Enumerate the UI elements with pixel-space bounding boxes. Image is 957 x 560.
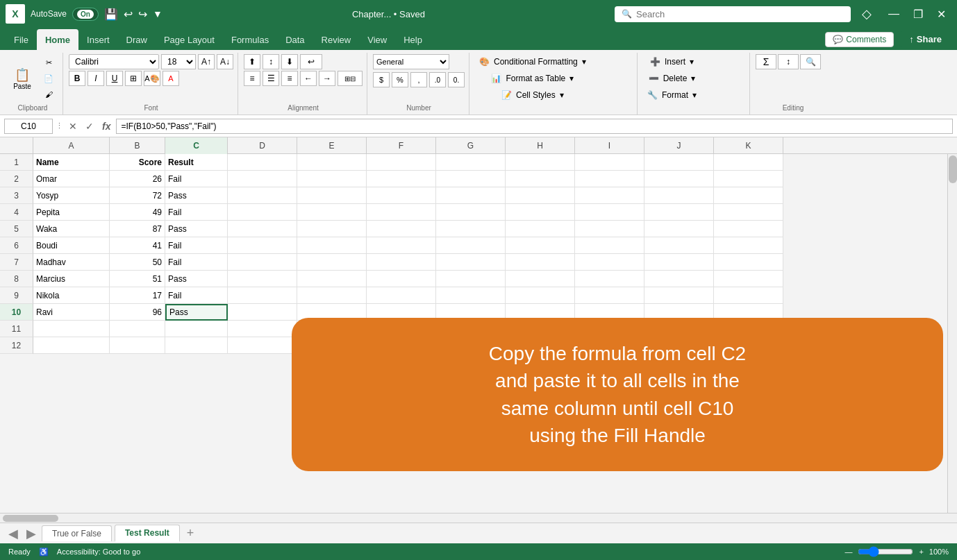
tab-review[interactable]: Review xyxy=(313,29,360,50)
cell-j3[interactable] xyxy=(644,187,714,204)
redo-btn[interactable]: ↪ xyxy=(138,8,147,21)
function-btn[interactable]: fx xyxy=(99,121,113,132)
comments-button[interactable]: 💬 Comments xyxy=(825,32,894,47)
row-header-9[interactable]: 9 xyxy=(0,287,33,304)
minimize-button[interactable]: — xyxy=(883,5,905,24)
cell-styles-btn[interactable]: 📝 Cell Styles ▾ xyxy=(475,87,590,103)
horizontal-scrollbar[interactable] xyxy=(0,513,957,523)
search-box[interactable]: 🔍 xyxy=(615,6,851,22)
zoom-slider[interactable] xyxy=(858,546,913,557)
row-header-5[interactable]: 5 xyxy=(0,221,33,237)
confirm-formula-btn[interactable]: ✓ xyxy=(83,121,97,132)
cell-i2[interactable] xyxy=(575,171,644,187)
cell-c12[interactable] xyxy=(165,337,228,354)
cell-a6[interactable]: Boudi xyxy=(33,237,110,254)
percent-btn[interactable]: % xyxy=(392,72,408,87)
row-header-11[interactable]: 11 xyxy=(0,321,33,337)
col-header-k[interactable]: K xyxy=(714,137,783,154)
conditional-formatting-btn[interactable]: 🎨 Conditional Formatting ▾ xyxy=(475,54,590,69)
tab-data[interactable]: Data xyxy=(277,29,313,50)
cell-c1[interactable]: Result xyxy=(165,154,228,171)
cell-f5[interactable] xyxy=(367,221,436,237)
cell-b9[interactable]: 17 xyxy=(110,287,165,304)
autosave-toggle[interactable]: On xyxy=(72,8,99,21)
cell-b5[interactable]: 87 xyxy=(110,221,165,237)
cell-b12[interactable] xyxy=(110,337,165,354)
cell-b7[interactable]: 50 xyxy=(110,254,165,271)
tab-file[interactable]: File xyxy=(6,29,37,50)
cell-a2[interactable]: Omar xyxy=(33,171,110,187)
row-header-4[interactable]: 4 xyxy=(0,204,33,221)
indent-decrease-btn[interactable]: ← xyxy=(300,71,317,86)
cell-d4[interactable] xyxy=(228,204,297,221)
cell-f6[interactable] xyxy=(367,237,436,254)
tab-view[interactable]: View xyxy=(359,29,395,50)
font-color-button[interactable]: A xyxy=(163,71,179,86)
cell-g4[interactable] xyxy=(436,204,506,221)
cell-j4[interactable] xyxy=(644,204,714,221)
row-header-6[interactable]: 6 xyxy=(0,237,33,254)
cell-e2[interactable] xyxy=(297,171,367,187)
search-input[interactable] xyxy=(636,9,844,19)
cell-b11[interactable] xyxy=(110,321,165,337)
format-painter-button[interactable]: 🖌 xyxy=(39,87,58,101)
cell-k4[interactable] xyxy=(714,204,783,221)
cell-i9[interactable] xyxy=(575,287,644,304)
cell-d7[interactable] xyxy=(228,254,297,271)
save-icon[interactable]: 💾 xyxy=(104,8,118,21)
cell-k5[interactable] xyxy=(714,221,783,237)
share-button[interactable]: ↑ Share xyxy=(899,31,951,47)
underline-button[interactable]: U xyxy=(106,71,123,86)
minus-zoom-btn[interactable]: — xyxy=(844,548,852,556)
tab-page-layout[interactable]: Page Layout xyxy=(156,29,223,50)
cell-a8[interactable]: Marcius xyxy=(33,271,110,287)
vertical-scrollbar[interactable] xyxy=(947,154,957,513)
cell-i6[interactable] xyxy=(575,237,644,254)
cell-c9[interactable]: Fail xyxy=(165,287,228,304)
cell-e5[interactable] xyxy=(297,221,367,237)
cell-k7[interactable] xyxy=(714,254,783,271)
cell-k6[interactable] xyxy=(714,237,783,254)
tab-draw[interactable]: Draw xyxy=(118,29,156,50)
cell-c5[interactable]: Pass xyxy=(165,221,228,237)
cell-g9[interactable] xyxy=(436,287,506,304)
row-header-2[interactable]: 2 xyxy=(0,171,33,187)
close-button[interactable]: ✕ xyxy=(931,5,951,24)
scroll-thumb[interactable] xyxy=(949,155,957,183)
align-left-btn[interactable]: ≡ xyxy=(244,71,260,86)
cell-g7[interactable] xyxy=(436,254,506,271)
col-header-i[interactable]: I xyxy=(575,137,644,154)
cell-reference-input[interactable] xyxy=(4,119,53,134)
tab-formulas[interactable]: Formulas xyxy=(223,29,277,50)
row-header-3[interactable]: 3 xyxy=(0,187,33,204)
cell-b2[interactable]: 26 xyxy=(110,171,165,187)
cell-b6[interactable]: 41 xyxy=(110,237,165,254)
sort-btn[interactable]: ↕ xyxy=(778,54,799,69)
cell-b8[interactable]: 51 xyxy=(110,271,165,287)
cell-b1[interactable]: Score xyxy=(110,154,165,171)
align-right-btn[interactable]: ≡ xyxy=(281,71,298,86)
cell-f8[interactable] xyxy=(367,271,436,287)
decrease-decimal-btn[interactable]: 0. xyxy=(448,72,465,87)
cell-a9[interactable]: Nikola xyxy=(33,287,110,304)
cell-h1[interactable] xyxy=(506,154,575,171)
add-sheet-button[interactable]: + xyxy=(183,526,199,541)
row-header-10[interactable]: 10 xyxy=(0,304,33,321)
cell-k9[interactable] xyxy=(714,287,783,304)
paste-button[interactable]: 📋 Paste xyxy=(7,65,38,93)
cell-d5[interactable] xyxy=(228,221,297,237)
cell-g3[interactable] xyxy=(436,187,506,204)
cell-c8[interactable]: Pass xyxy=(165,271,228,287)
cell-f4[interactable] xyxy=(367,204,436,221)
border-button[interactable]: ⊞ xyxy=(125,71,142,86)
cell-e3[interactable] xyxy=(297,187,367,204)
cell-h4[interactable] xyxy=(506,204,575,221)
tab-home[interactable]: Home xyxy=(37,29,78,50)
cell-k2[interactable] xyxy=(714,171,783,187)
bold-button[interactable]: B xyxy=(69,71,85,86)
cell-d9[interactable] xyxy=(228,287,297,304)
cell-h6[interactable] xyxy=(506,237,575,254)
align-center-btn[interactable]: ☰ xyxy=(263,71,279,86)
plus-zoom-btn[interactable]: + xyxy=(919,548,923,556)
cell-c7[interactable]: Fail xyxy=(165,254,228,271)
